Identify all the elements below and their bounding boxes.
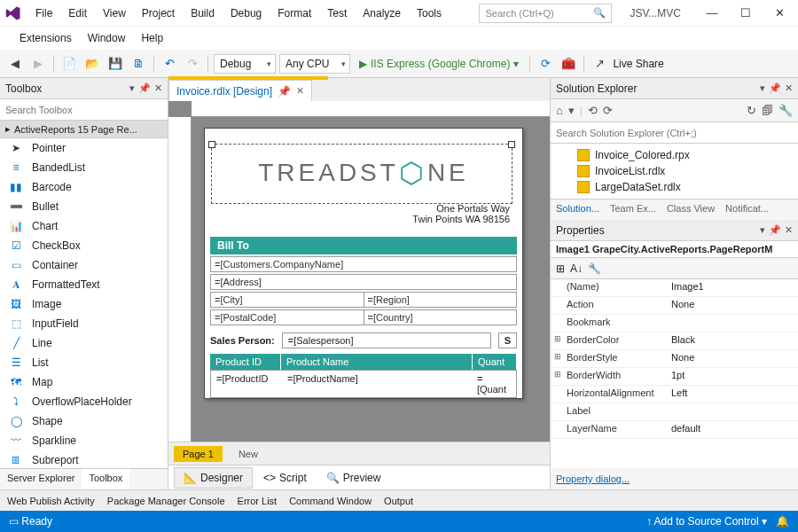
field-company[interactable]: =[Customers.CompanyName]	[211, 257, 516, 271]
tab-web-publish[interactable]: Web Publish Activity	[7, 496, 95, 506]
se-search[interactable]	[551, 122, 798, 144]
toolbox-overflow[interactable]: ⤵OverflowPlaceHolder	[0, 392, 168, 411]
toolbox-bandedlist[interactable]: ≡BandedList	[0, 158, 168, 177]
share-icon[interactable]: ↗	[590, 54, 609, 74]
menu-edit[interactable]: Edit	[61, 4, 94, 23]
toolbox-search[interactable]	[0, 99, 168, 121]
alphabetical-icon[interactable]: A↓	[570, 262, 583, 275]
refresh-icon[interactable]: ⟳	[536, 54, 555, 74]
nav-back-button[interactable]: ◀	[5, 54, 25, 74]
start-debug-button[interactable]: ▶ IIS Express (Google Chrome) ▾	[354, 58, 524, 70]
se-file[interactable]: InvoiceList.rdlx	[551, 163, 798, 179]
toolbox-map[interactable]: 🗺Map	[0, 372, 168, 392]
menu-help[interactable]: Help	[134, 28, 170, 48]
pin-tab-icon[interactable]: 📌	[278, 85, 291, 98]
redo-button[interactable]: ↷	[183, 54, 202, 74]
menu-tools[interactable]: Tools	[410, 4, 449, 23]
selection-handles[interactable]	[211, 144, 512, 204]
script-tab[interactable]: <> Script	[254, 468, 316, 488]
save-button[interactable]: 💾	[106, 54, 125, 74]
nav-fwd-button[interactable]: ▶	[28, 54, 48, 74]
tab-team-explorer[interactable]: Team Ex...	[605, 200, 661, 220]
undo-button[interactable]: ↶	[160, 54, 179, 74]
quick-launch-search[interactable]: Search (Ctrl+Q) 🔍	[479, 4, 612, 23]
tab-pm-console[interactable]: Package Manager Console	[107, 496, 225, 506]
menu-build[interactable]: Build	[184, 4, 222, 23]
design-surface[interactable]: TREADST⬡NE One Portals Way Twin Points W…	[168, 101, 550, 442]
designer-tab[interactable]: 📐 Designer	[174, 467, 253, 489]
tab-solution[interactable]: Solution...	[551, 200, 605, 220]
new-file-button[interactable]: 📄	[59, 54, 79, 74]
close-panel-icon[interactable]: ✕	[154, 82, 162, 94]
tab-error-list[interactable]: Error List	[238, 496, 278, 506]
property-dialog-link[interactable]: Property dialog...	[551, 468, 798, 489]
live-share-button[interactable]: Live Share	[613, 58, 663, 70]
property-row[interactable]: HorizontalAlignmentLeft	[551, 386, 798, 403]
field-city[interactable]: =[City]	[211, 293, 364, 307]
toolbox-bullet[interactable]: ➖Bullet	[0, 197, 168, 216]
back-icon[interactable]: ⟲	[588, 104, 598, 117]
maximize-button[interactable]: ☐	[732, 3, 759, 24]
tab-notifications[interactable]: Notificat...	[720, 200, 774, 220]
home-icon[interactable]: ⌂	[556, 104, 563, 117]
property-row[interactable]: Label	[551, 403, 798, 421]
toolbox-container[interactable]: ▭Container	[0, 255, 168, 275]
preview-tab[interactable]: 🔍 Preview	[317, 468, 390, 488]
menu-file[interactable]: File	[28, 4, 59, 23]
se-dropdown-icon[interactable]: ▾	[760, 82, 765, 94]
refresh-se-icon[interactable]: ↻	[747, 104, 756, 117]
toolbox-icon[interactable]: 🧰	[559, 54, 578, 74]
dropdown-icon[interactable]: ▾	[129, 82, 135, 94]
menu-view[interactable]: View	[96, 4, 133, 23]
toolbox-list[interactable]: ☰List	[0, 353, 168, 372]
field-salesperson[interactable]: =[Salesperson]	[282, 332, 491, 348]
menu-test[interactable]: Test	[320, 4, 354, 23]
props-close-icon[interactable]: ✕	[785, 224, 793, 236]
pin-icon[interactable]: 📌	[138, 82, 151, 94]
save-all-button[interactable]: 🗎	[129, 54, 148, 74]
menu-format[interactable]: Format	[270, 4, 318, 23]
toolbox-line[interactable]: ╱Line	[0, 333, 168, 353]
property-row[interactable]: BorderStyleNone	[551, 350, 798, 368]
menu-extensions[interactable]: Extensions	[12, 28, 79, 48]
field-region[interactable]: =[Region]	[364, 293, 517, 307]
toolbox-inputfield[interactable]: ⬚InputField	[0, 314, 168, 333]
se-pin-icon[interactable]: 📌	[769, 82, 781, 94]
props-pin-icon[interactable]: 📌	[769, 224, 781, 236]
menu-window[interactable]: Window	[81, 28, 133, 48]
property-row[interactable]: BorderColorBlack	[551, 332, 798, 350]
props-dropdown-icon[interactable]: ▾	[760, 224, 765, 236]
property-row[interactable]: ActionNone	[551, 297, 798, 315]
toolbox-barcode[interactable]: ▮▮Barcode	[0, 177, 168, 197]
toolbox-checkbox[interactable]: ☑CheckBox	[0, 236, 168, 255]
document-tab[interactable]: Invoice.rdlx [Design] 📌 ✕	[168, 80, 312, 101]
properties-icon[interactable]: 🔧	[778, 104, 793, 117]
toolbox-subreport[interactable]: 🗏Subreport	[0, 450, 168, 468]
toolbox-group-header[interactable]: ▸ ActiveReports 15 Page Re...	[0, 121, 168, 138]
tab-output[interactable]: Output	[384, 496, 413, 506]
tab-server-explorer[interactable]: Server Explorer	[0, 469, 82, 489]
minimize-button[interactable]: —	[699, 3, 725, 24]
field-country[interactable]: =[Country]	[364, 310, 517, 325]
property-row[interactable]: Bookmark	[551, 315, 798, 332]
collapse-icon[interactable]: ▾	[568, 104, 575, 117]
props-object-selector[interactable]: Image1 GrapeCity.ActiveReports.PageRepor…	[551, 241, 798, 258]
se-close-icon[interactable]: ✕	[785, 82, 793, 94]
source-control-button[interactable]: ↑ Add to Source Control ▾	[646, 515, 767, 528]
close-button[interactable]: ✕	[766, 3, 793, 24]
page-tab-1[interactable]: Page 1	[174, 446, 223, 462]
categorized-icon[interactable]: ⊞	[556, 262, 565, 275]
property-row[interactable]: LayerNamedefault	[551, 421, 798, 439]
se-file[interactable]: Invoice_Colored.rpx	[551, 147, 798, 163]
property-row[interactable]: BorderWidth1pt	[551, 368, 798, 386]
tab-toolbox[interactable]: Toolbox	[82, 469, 129, 489]
toolbox-formattedtext[interactable]: 𝐀FormattedText	[0, 275, 168, 294]
property-row[interactable]: (Name)Image1	[551, 279, 798, 297]
toolbox-shape[interactable]: ◯Shape	[0, 411, 168, 431]
sync-icon[interactable]: ⟳	[603, 104, 613, 117]
menu-debug[interactable]: Debug	[223, 4, 269, 23]
config-combo[interactable]: Debug	[214, 54, 276, 74]
menu-analyze[interactable]: Analyze	[356, 4, 408, 23]
se-file[interactable]: LargeDataSet.rdlx	[551, 179, 798, 195]
tab-class-view[interactable]: Class View	[661, 200, 720, 220]
